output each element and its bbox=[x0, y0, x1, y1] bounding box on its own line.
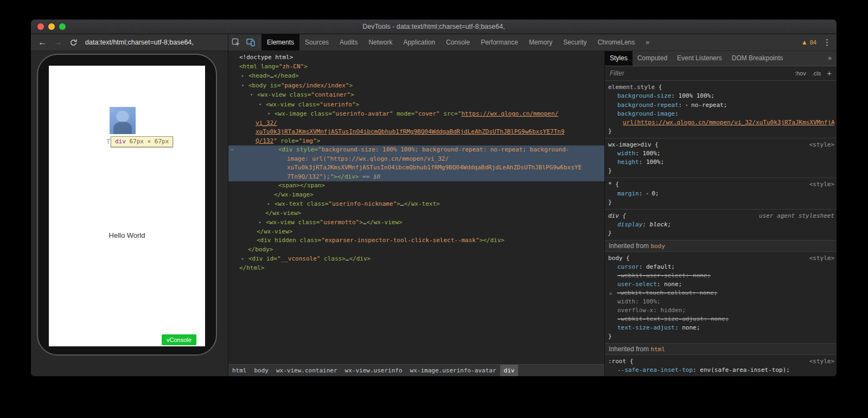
css-url-link[interactable]: url(https://wx.qlogo.cn/mmopen/vi_32/xuT… bbox=[623, 119, 834, 126]
dom-line[interactable]: xuTu0k3jRTaJKmsXVMnfjASTusInO4ibcmQbhub1… bbox=[228, 128, 604, 137]
sidebar-tab-computed[interactable]: Computed bbox=[633, 51, 672, 66]
forward-icon[interactable]: → bbox=[54, 38, 62, 47]
window-titlebar[interactable]: DevTools - data:text/html;charset=utf-8;… bbox=[31, 20, 837, 34]
new-style-rule-button[interactable]: + bbox=[827, 68, 832, 78]
tab-chromelens[interactable]: ChromeLens bbox=[592, 34, 641, 50]
back-icon[interactable]: ← bbox=[38, 38, 47, 47]
dom-line[interactable]: </html> bbox=[228, 264, 604, 273]
dom-line[interactable]: </wx-view> bbox=[228, 227, 604, 237]
dom-attribute-link[interactable]: xuTu0k3jRTaJKmsXVMnfjASTusInO4ibcmQbhub1… bbox=[256, 128, 565, 135]
rule-origin[interactable]: <style> bbox=[809, 254, 834, 263]
css-property[interactable]: width: 100%; bbox=[608, 297, 834, 306]
breadcrumb-item[interactable]: wx-image.userinfo-avatar bbox=[406, 365, 500, 376]
css-property[interactable]: width: 100%; bbox=[608, 149, 834, 158]
dom-line[interactable]: <div hidden class="exparser-inspector-to… bbox=[228, 236, 604, 245]
tab-performance[interactable]: Performance bbox=[475, 34, 524, 50]
css-property[interactable]: user-select: none; bbox=[608, 280, 834, 289]
inspect-element-icon[interactable] bbox=[228, 34, 243, 50]
zoom-window-button[interactable] bbox=[59, 23, 66, 30]
url-text[interactable]: data:text/html;charset=utf-8;base64, bbox=[85, 39, 194, 46]
css-property[interactable]: background-size: 100% 100%; bbox=[608, 92, 834, 100]
console-warnings-badge[interactable]: ▲ 84 bbox=[801, 39, 816, 46]
css-selector[interactable]: body bbox=[608, 255, 623, 262]
dom-line[interactable]: vi_32/ bbox=[228, 119, 604, 128]
css-property[interactable]: overflow-x: hidden; bbox=[608, 306, 834, 315]
dom-line[interactable]: </wx-view> bbox=[228, 209, 604, 218]
css-property[interactable]: url(https://wx.qlogo.cn/mmopen/vi_32/xuT… bbox=[608, 118, 834, 127]
sidebar-tab-dom-breakpoints[interactable]: DOM Breakpoints bbox=[727, 51, 788, 66]
tab-sources[interactable]: Sources bbox=[299, 34, 334, 50]
breadcrumb-item[interactable]: body bbox=[251, 365, 273, 376]
styles-filter-input[interactable]: Filter bbox=[610, 69, 795, 77]
device-toolbar-icon[interactable] bbox=[243, 34, 258, 50]
css-property[interactable]: -webkit-user-select: none; bbox=[608, 271, 834, 280]
dom-line[interactable]: ▾<wx-view class="container"> bbox=[228, 90, 604, 100]
close-window-button[interactable] bbox=[37, 23, 44, 30]
css-selector[interactable]: element.style bbox=[608, 84, 655, 91]
css-property[interactable]: background-repeat: ▸ no-repeat; bbox=[608, 100, 834, 110]
css-selector[interactable]: wx-image>div bbox=[608, 141, 651, 148]
more-options-icon[interactable]: ⋮ bbox=[823, 37, 831, 47]
css-property[interactable]: height: 100%; bbox=[608, 158, 834, 167]
breadcrumb-item[interactable]: div bbox=[500, 365, 519, 376]
tab-console[interactable]: Console bbox=[441, 34, 475, 50]
expand-value-icon[interactable]: ▸ bbox=[686, 102, 691, 107]
dom-line[interactable]: ▾<body is="pages/index/index"> bbox=[228, 81, 604, 91]
rule-origin[interactable]: <style> bbox=[809, 180, 834, 189]
dom-attribute-link[interactable]: Q/132 bbox=[256, 137, 273, 144]
dom-line[interactable]: <span></span> bbox=[228, 181, 604, 191]
breadcrumb-item[interactable]: html bbox=[228, 365, 251, 376]
dom-line[interactable]: ▸<div id="__vconsole" class>…</div> bbox=[228, 254, 604, 264]
dom-line[interactable]: ▸<head>…</head> bbox=[228, 71, 604, 81]
dom-line[interactable]: 7Tn9Q/132");"></div> == $0 bbox=[228, 173, 604, 182]
breadcrumb-item[interactable]: wx-view.userinfo bbox=[341, 365, 406, 376]
tab-audits[interactable]: Audits bbox=[334, 34, 363, 50]
css-property[interactable]: ⚠-webkit-touch-callout: none; bbox=[608, 289, 834, 297]
node-link[interactable]: html bbox=[650, 346, 665, 353]
dom-line[interactable]: ▾<wx-image class="userinfo-avatar" mode=… bbox=[228, 109, 604, 119]
dom-line[interactable]: </body> bbox=[228, 245, 604, 255]
device-screen[interactable]: T div 67px × 67px Hello World vConsole bbox=[49, 66, 205, 346]
toggle-element-state-button[interactable]: :hov bbox=[795, 70, 806, 77]
css-property[interactable]: cursor: default; bbox=[608, 263, 834, 271]
dom-line[interactable]: ▾<wx-view class="userinfo"> bbox=[228, 100, 604, 110]
css-selector[interactable]: :root bbox=[608, 358, 626, 365]
dom-line[interactable]: <!doctype html> bbox=[228, 53, 604, 62]
dom-line[interactable]: ⋯<div style="background-size: 100% 100%;… bbox=[228, 145, 604, 155]
more-sidebar-tabs-button[interactable]: » bbox=[823, 51, 837, 66]
sidebar-tab-styles[interactable]: Styles bbox=[605, 51, 633, 66]
user-avatar-image[interactable] bbox=[110, 107, 136, 134]
breadcrumb-item[interactable]: wx-view.container bbox=[272, 365, 341, 376]
minimize-window-button[interactable] bbox=[48, 23, 55, 30]
dom-line[interactable]: xuTu0k3jRTaJKmsXVMnfjASTusInO4ibcmQbhub1… bbox=[228, 163, 604, 173]
rule-origin[interactable]: <style> bbox=[809, 141, 834, 149]
sidebar-tab-event-listeners[interactable]: Event Listeners bbox=[672, 51, 727, 66]
tab-memory[interactable]: Memory bbox=[524, 34, 558, 50]
css-property[interactable]: background-image: bbox=[608, 110, 834, 118]
css-property[interactable]: text-size-adjust: none; bbox=[608, 324, 834, 332]
vconsole-button[interactable]: vConsole bbox=[162, 334, 196, 345]
expand-value-icon[interactable]: ▸ bbox=[646, 191, 652, 196]
tab-network[interactable]: Network bbox=[363, 34, 398, 50]
dom-line[interactable]: ▸<wx-view class="usermotto">…</wx-view> bbox=[228, 218, 604, 227]
tab-security[interactable]: Security bbox=[558, 34, 592, 50]
more-tabs-button[interactable]: » bbox=[640, 34, 655, 50]
node-link[interactable]: body bbox=[650, 243, 665, 250]
dom-line[interactable]: <html lang="zh-CN"> bbox=[228, 62, 604, 72]
css-selector[interactable]: * bbox=[608, 181, 612, 188]
dom-line[interactable]: Q/132" role="img"> bbox=[228, 137, 604, 146]
dom-line[interactable]: </wx-image> bbox=[228, 191, 604, 200]
tab-elements[interactable]: Elements bbox=[261, 34, 299, 50]
css-property[interactable]: margin: ▸ 0; bbox=[608, 189, 834, 198]
dom-line[interactable]: image: url("https://wx.qlogo.cn/mmopen/v… bbox=[228, 155, 604, 164]
css-property[interactable]: --safe-area-inset-bottom: env(safe-area-… bbox=[608, 375, 834, 376]
reload-icon[interactable] bbox=[69, 39, 78, 47]
dom-line[interactable]: ▸<wx-text class="userinfo-nickname">…</w… bbox=[228, 199, 604, 209]
element-classes-button[interactable]: .cls bbox=[812, 70, 821, 77]
dom-attribute-link[interactable]: https://wx.qlogo.cn/mmopen/ bbox=[461, 110, 558, 117]
tab-application[interactable]: Application bbox=[398, 34, 441, 50]
css-selector[interactable]: div bbox=[608, 212, 619, 219]
css-property[interactable]: --safe-area-inset-top: env(safe-area-ins… bbox=[608, 366, 834, 375]
dom-attribute-link[interactable]: vi_32/ bbox=[256, 119, 277, 126]
css-property[interactable]: -webkit-text-size-adjust: none; bbox=[608, 315, 834, 324]
